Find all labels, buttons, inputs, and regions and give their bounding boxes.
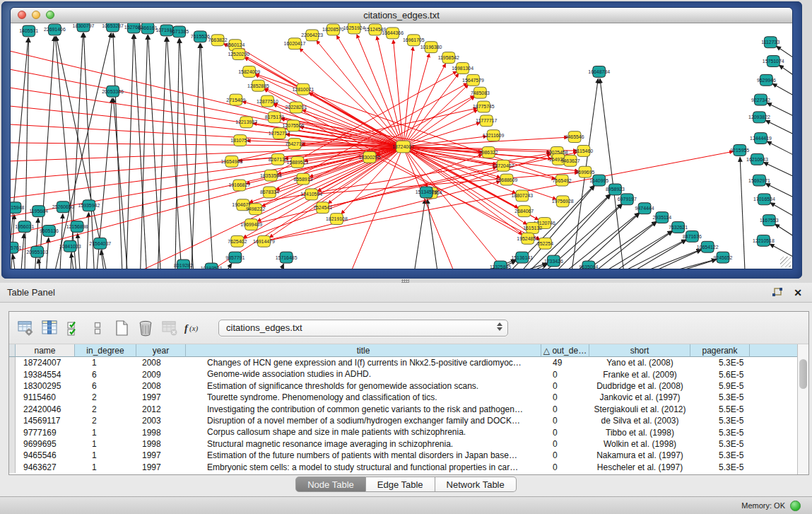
table-options-icon[interactable] bbox=[15, 318, 36, 338]
cell-year[interactable]: 1997 bbox=[136, 450, 186, 461]
cell-pagerank[interactable]: 5.9E-5 bbox=[690, 380, 750, 392]
column-header-name[interactable]: name bbox=[16, 344, 75, 357]
cell-year[interactable]: 2008 bbox=[136, 357, 186, 368]
cell-pagerank[interactable]: 5.6E-5 bbox=[690, 368, 750, 380]
cell-in_degree[interactable]: 6 bbox=[75, 380, 136, 392]
cell-name[interactable]: 19384554 bbox=[16, 368, 75, 380]
cell-pagerank[interactable]: 5.5E-5 bbox=[690, 404, 750, 415]
cell-year[interactable]: 1997 bbox=[136, 462, 186, 473]
column-header-in_degree[interactable]: in_degree bbox=[75, 344, 136, 357]
column-header-pagerank[interactable]: pagerank bbox=[690, 344, 750, 357]
cell-short[interactable]: de Silva et al. (2003) bbox=[589, 415, 690, 426]
cell-pagerank[interactable]: 5.3E-5 bbox=[690, 415, 750, 426]
cell-name[interactable]: 9463627 bbox=[16, 462, 75, 473]
cell-short[interactable]: Dudbridge et al. (2008) bbox=[589, 380, 690, 392]
cell-out_degree[interactable]: 0 bbox=[541, 462, 589, 473]
cell-pagerank[interactable]: 5.3E-5 bbox=[690, 392, 750, 403]
cell-name[interactable]: 9115460 bbox=[16, 392, 75, 403]
cell-out_degree[interactable]: 0 bbox=[541, 404, 589, 415]
table-row[interactable]: 977716911998Corpus callosum shape and si… bbox=[9, 426, 798, 438]
cell-pagerank[interactable]: 5.3E-5 bbox=[690, 426, 750, 438]
cell-name[interactable]: 18724007 bbox=[16, 357, 75, 368]
cell-out_degree[interactable]: 0 bbox=[541, 438, 589, 450]
show-column-icon[interactable] bbox=[39, 318, 60, 338]
cell-year[interactable]: 2009 bbox=[136, 368, 186, 380]
cell-out_degree[interactable]: 49 bbox=[541, 357, 589, 368]
cell-short[interactable]: Yano et al. (2008) bbox=[589, 357, 690, 368]
cell-out_degree[interactable]: 0 bbox=[541, 368, 589, 380]
cell-out_degree[interactable]: 0 bbox=[541, 415, 589, 426]
cell-short[interactable]: Jankovic et al. (1997) bbox=[589, 392, 690, 403]
table-row[interactable]: 946554611997Estimation of the future num… bbox=[9, 450, 798, 461]
select-rows-check-icon[interactable] bbox=[63, 318, 84, 338]
cell-title[interactable]: Estimation of the future numbers of pati… bbox=[186, 450, 541, 461]
new-table-icon[interactable] bbox=[111, 318, 132, 338]
citation-network-graph[interactable]: 1872400776638229560124125202901582400912… bbox=[11, 23, 792, 269]
cell-year[interactable]: 1998 bbox=[136, 426, 186, 438]
table-select-dropdown[interactable]: citations_edges.txt bbox=[218, 320, 508, 337]
column-header-year[interactable]: year bbox=[136, 344, 186, 357]
network-canvas[interactable]: 1872400776638229560124125202901582400912… bbox=[11, 23, 792, 269]
cell-in_degree[interactable]: 2 bbox=[75, 404, 136, 415]
cell-title[interactable]: Tourette syndrome. Phenomenology and cla… bbox=[186, 392, 541, 403]
cell-year[interactable]: 1998 bbox=[136, 438, 186, 450]
row-height-icon[interactable] bbox=[87, 318, 108, 338]
resize-grip-icon[interactable] bbox=[780, 257, 791, 267]
cell-name[interactable]: 9465546 bbox=[16, 450, 75, 461]
cell-name[interactable]: 14569117 bbox=[16, 415, 75, 426]
network-window-titlebar[interactable]: citations_edges.txt bbox=[11, 8, 792, 23]
cell-in_degree[interactable]: 1 bbox=[75, 426, 136, 438]
tab-edge-table[interactable]: Edge Table bbox=[366, 477, 435, 492]
cell-in_degree[interactable]: 2 bbox=[75, 392, 136, 403]
cell-year[interactable]: 2008 bbox=[136, 380, 186, 392]
cell-pagerank[interactable]: 5.3E-5 bbox=[690, 462, 750, 473]
column-header-title[interactable]: title bbox=[186, 344, 541, 357]
cell-name[interactable]: 22420046 bbox=[16, 404, 75, 415]
table-row[interactable]: 1938455462009Genome-wide association stu… bbox=[9, 368, 798, 380]
cell-in_degree[interactable]: 1 bbox=[75, 462, 136, 473]
cell-in_degree[interactable]: 6 bbox=[75, 368, 136, 380]
column-header-short[interactable]: short bbox=[589, 344, 690, 357]
cell-in_degree[interactable]: 2 bbox=[75, 415, 136, 426]
cell-title[interactable]: Structural magnetic resonance image aver… bbox=[186, 438, 541, 450]
cell-short[interactable]: Wolkin et al. (1998) bbox=[589, 438, 690, 450]
vertical-scrollbar[interactable] bbox=[797, 344, 808, 474]
function-builder-icon[interactable]: f(x) bbox=[183, 318, 204, 338]
cell-short[interactable]: Nakamura et al. (1997) bbox=[589, 450, 690, 461]
table-row[interactable]: 946362711997Embryonic stem cells: a mode… bbox=[9, 462, 798, 473]
table-row[interactable]: 1872400712008Changes of HCN gene express… bbox=[9, 357, 798, 368]
cell-title[interactable]: Genome-wide association studies in ADHD. bbox=[186, 368, 541, 380]
cell-name[interactable]: 9699695 bbox=[16, 438, 75, 450]
close-panel-icon[interactable]: ✕ bbox=[794, 288, 802, 298]
cell-in_degree[interactable]: 1 bbox=[75, 438, 136, 450]
tab-node-table[interactable]: Node Table bbox=[295, 477, 366, 492]
cell-short[interactable]: Tibbo et al. (1998) bbox=[589, 426, 690, 438]
cell-year[interactable]: 2012 bbox=[136, 404, 186, 415]
cell-title[interactable]: Disruption of a novel member of a sodium… bbox=[186, 415, 541, 426]
cell-title[interactable]: Investigating the contribution of common… bbox=[186, 404, 541, 415]
cell-name[interactable]: 18300295 bbox=[16, 380, 75, 392]
table-row[interactable]: 969969511998Structural magnetic resonanc… bbox=[9, 438, 798, 450]
cell-short[interactable]: Franke et al. (2009) bbox=[589, 368, 690, 380]
cell-year[interactable]: 2003 bbox=[136, 415, 186, 426]
cell-pagerank[interactable]: 5.3E-5 bbox=[690, 357, 750, 368]
cell-short[interactable]: Hescheler et al. (1997) bbox=[589, 462, 690, 473]
column-header-out_degree[interactable]: △ out_de… bbox=[541, 344, 589, 357]
table-row[interactable]: 2242004622012Investigating the contribut… bbox=[9, 404, 798, 415]
cell-year[interactable]: 1997 bbox=[136, 392, 186, 403]
table-row[interactable]: 911546021997Tourette syndrome. Phenomeno… bbox=[9, 392, 798, 403]
float-panel-icon[interactable] bbox=[772, 288, 782, 298]
cell-title[interactable]: Corpus callosum shape and size in male p… bbox=[186, 426, 541, 438]
cell-out_degree[interactable]: 0 bbox=[541, 426, 589, 438]
scrollbar-thumb[interactable] bbox=[799, 359, 807, 389]
cell-title[interactable]: Changes of HCN gene expression and I(f) … bbox=[186, 357, 541, 368]
cell-pagerank[interactable]: 5.3E-5 bbox=[690, 438, 750, 450]
cell-out_degree[interactable]: 0 bbox=[541, 380, 589, 392]
cell-short[interactable]: Stergiakouli et al. (2012) bbox=[589, 404, 690, 415]
cell-title[interactable]: Estimation of significance thresholds fo… bbox=[186, 380, 541, 392]
table-row[interactable]: 1830029562008Estimation of significance … bbox=[9, 380, 798, 392]
cell-name[interactable]: 9777169 bbox=[16, 426, 75, 438]
cell-out_degree[interactable]: 0 bbox=[541, 392, 589, 403]
cell-in_degree[interactable]: 1 bbox=[75, 357, 136, 368]
cell-in_degree[interactable]: 1 bbox=[75, 450, 136, 461]
